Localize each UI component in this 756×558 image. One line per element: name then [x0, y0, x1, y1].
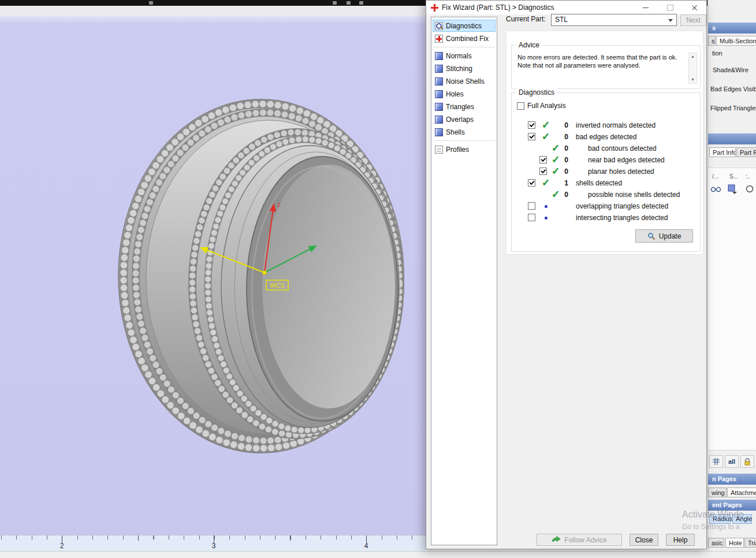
tab-triangle[interactable]: Tria — [744, 538, 756, 548]
diagnostic-checkbox[interactable] — [528, 121, 535, 129]
sidebar-item-combined-fix[interactable]: Combined Fix — [433, 32, 496, 44]
view-option-flipped-triangles[interactable]: Flipped Triangles — [710, 105, 756, 111]
wcs-label: WCS — [270, 282, 285, 289]
sidebar-item-stitching[interactable]: Stitching — [433, 62, 496, 75]
dialog-titlebar[interactable]: Fix Wizard (Part: STL) > Diagnostics — [426, 1, 706, 14]
follow-advice-label: Follow Advice — [564, 536, 606, 544]
lock-button[interactable] — [740, 455, 754, 468]
diagnostic-row: ✓1shells detected — [515, 177, 697, 189]
diagnostics-caption: Diagnostics — [516, 88, 557, 96]
show-all-button[interactable]: all — [725, 455, 739, 468]
advice-scrollbar[interactable]: ▲ ▼ — [688, 53, 697, 84]
diagnostic-label: intersecting triangles detected — [576, 214, 668, 222]
diagnostic-checkbox[interactable] — [539, 156, 547, 163]
diagnostic-label: inverted normals detected — [576, 121, 656, 129]
blue-book-icon — [435, 65, 443, 73]
sidebar-item-label: Shells — [446, 128, 465, 136]
dialog-title: Fix Wizard (Part: STL) > Diagnostics — [442, 3, 634, 12]
circle-tool-icon[interactable] — [745, 184, 754, 194]
blue-book-icon — [435, 77, 443, 85]
3d-viewport[interactable]: z WCS — [0, 16, 426, 535]
sidebar-item-diagnostics[interactable]: Diagnostics — [433, 20, 496, 32]
blue-dot-icon — [540, 200, 552, 212]
sidebar-item-holes[interactable]: Holes — [433, 88, 496, 100]
sidebar-item-label: Normals — [446, 52, 472, 60]
angle-button[interactable]: Angle — [732, 514, 752, 524]
right-panel-strip: s s Multi-Section tion Shade&Wire Bad Ed… — [707, 0, 756, 551]
advice-groupbox: Advice No more errors are detected. It s… — [511, 45, 701, 89]
grid-view-button[interactable] — [709, 455, 723, 468]
diagnostic-row: ✓0possible noise shells detected — [515, 189, 697, 200]
sidebar-item-shells[interactable]: Shells — [433, 126, 496, 138]
app-toolbar-fragment — [0, 6, 426, 17]
diagnostic-count: 0 — [558, 121, 568, 129]
tab-drawing[interactable]: wing — [708, 488, 727, 497]
update-button[interactable]: Update — [635, 229, 693, 243]
diagnostic-count: 0 — [558, 191, 568, 199]
blue-book-icon — [435, 52, 443, 60]
fix-wizard-app-icon — [431, 4, 438, 12]
full-analysis-label: Full Analysis — [527, 102, 566, 110]
glasses-icon[interactable] — [710, 184, 722, 194]
diagnostic-checkbox[interactable] — [528, 202, 535, 210]
profiles-page-icon — [435, 146, 443, 154]
scroll-up-icon[interactable]: ▲ — [689, 53, 697, 60]
maximize-button[interactable] — [658, 1, 682, 14]
tab-basic[interactable]: asic — [708, 538, 724, 548]
scroll-down-icon[interactable]: ▼ — [689, 76, 697, 83]
diagnostic-checkbox[interactable] — [528, 179, 535, 187]
ruler-tick — [290, 535, 291, 541]
panel-header: s — [708, 23, 756, 34]
fix-wizard-sidebar: DiagnosticsCombined FixNormalsStitchingN… — [431, 17, 497, 545]
advice-caption: Advice — [516, 41, 542, 49]
tab-attachment[interactable]: Attachme — [727, 488, 756, 497]
minimize-button[interactable] — [634, 1, 658, 14]
sidebar-item-noise-shells[interactable]: Noise Shells — [433, 75, 496, 87]
view-option-shade-wire[interactable]: Shade&Wire — [713, 66, 748, 73]
sidebar-separator — [433, 140, 495, 141]
green-check-icon: ✓ — [540, 177, 552, 189]
section-tool-icon[interactable] — [727, 184, 739, 194]
titlebar-icon — [347, 1, 351, 5]
diagnostic-checkbox[interactable] — [528, 214, 535, 221]
close-icon — [691, 5, 698, 11]
diagnostic-row: ✓0bad contours detected — [515, 143, 697, 154]
blue-book-icon — [435, 116, 443, 124]
diagnostic-count: 0 — [558, 133, 568, 141]
status-bar — [0, 551, 756, 558]
diagnostic-count: 0 — [558, 144, 568, 152]
fix-wizard-dialog: Fix Wizard (Part: STL) > Diagnostics Dia… — [426, 0, 707, 549]
diagnostic-row: ✓0bad edges detected — [515, 131, 697, 143]
tab-part-info[interactable]: Part Info — [709, 147, 736, 157]
sidebar-item-profiles[interactable]: Profiles — [433, 143, 496, 155]
tab-part-fixing[interactable]: Part F — [736, 147, 756, 157]
sidebar-item-overlaps[interactable]: Overlaps — [433, 113, 496, 125]
diagnostic-checkbox[interactable] — [528, 133, 535, 140]
follow-advice-button[interactable]: Follow Advice — [537, 534, 622, 546]
part-info-panel: /... S... :.. — [708, 168, 756, 451]
diagnostic-row: ✓0planar holes detected — [515, 166, 697, 177]
close-button[interactable]: Close — [630, 534, 658, 546]
close-window-button[interactable] — [682, 1, 706, 14]
tab-hole[interactable]: Hole — [725, 538, 744, 548]
tab-multi-section[interactable]: Multi-Section — [716, 36, 756, 46]
panel-header-pages: n Pages — [708, 474, 756, 485]
radius-button[interactable]: Radius — [709, 514, 731, 524]
view-option-bad-edges[interactable]: Bad Edges Visible — [710, 85, 756, 92]
diagnostic-count: 1 — [558, 179, 568, 187]
sidebar-item-label: Stitching — [446, 65, 472, 73]
diagnostic-checkbox[interactable] — [539, 168, 547, 175]
current-part-label: Current Part: — [506, 15, 546, 23]
diagnostic-label: planar holes detected — [588, 168, 654, 176]
diagnostic-label: bad contours detected — [588, 144, 657, 152]
help-button[interactable]: Help — [666, 534, 695, 546]
diagnostics-rows: ✓0inverted normals detected✓0bad edges d… — [515, 120, 697, 224]
diagnostics-groupbox: Diagnostics Full Analysis ✓0inverted nor… — [511, 92, 701, 252]
current-part-dropdown[interactable]: STL — [551, 14, 677, 26]
full-analysis-checkbox[interactable] — [517, 102, 524, 110]
tab-fragment[interactable]: s — [708, 36, 716, 46]
next-button[interactable]: Next — [680, 14, 706, 26]
sidebar-item-normals[interactable]: Normals — [433, 50, 496, 62]
sidebar-item-triangles[interactable]: Triangles — [433, 101, 496, 113]
sidebar-item-label: Triangles — [446, 103, 474, 111]
